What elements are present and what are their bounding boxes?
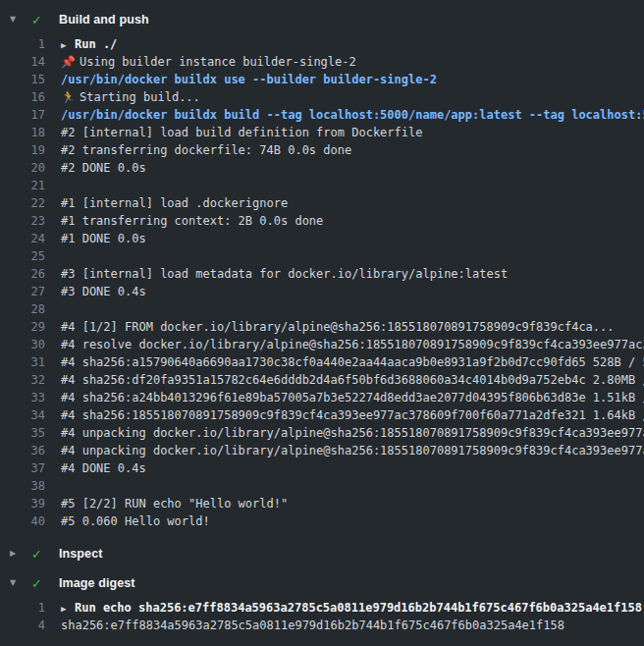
log-block: 1▶Run ./14📌Using builder instance builde…	[0, 35, 644, 530]
pin-icon: 📌	[61, 53, 76, 71]
expand-group-icon[interactable]: ▶	[61, 600, 75, 617]
log-section-image-digest: ▼✓Image digest1▶Run echo sha256:e7ff8834…	[0, 571, 644, 634]
log-line-text: #5 [2/2] RUN echo "Hello world!"	[61, 495, 288, 512]
line-number[interactable]: 19	[0, 141, 45, 159]
output-text: #3 [internal] load metadata for docker.i…	[61, 267, 508, 281]
command-text: /usr/bin/docker buildx use --builder bui…	[61, 73, 437, 86]
log-line-text: #3 [internal] load metadata for docker.i…	[61, 265, 508, 283]
output-text: #4 sha256:a24bb4013296f61e89ba57005a7b3e…	[61, 391, 644, 404]
check-icon: ✓	[31, 548, 45, 561]
line-number[interactable]: 35	[0, 424, 45, 442]
line-number[interactable]: 20	[0, 159, 45, 177]
section-title: Inspect	[59, 547, 102, 561]
command-text: /usr/bin/docker buildx build --tag local…	[61, 108, 644, 122]
expand-group-icon[interactable]: ▶	[61, 36, 75, 53]
log-line: 39#5 [2/2] RUN echo "Hello world!"	[0, 495, 644, 512]
line-number[interactable]: 25	[0, 247, 45, 265]
log-line-text: ▶Run echo sha256:e7ff8834a5963a2785c5a08…	[61, 599, 642, 617]
section-title: Image digest	[59, 576, 135, 590]
line-number[interactable]: 16	[0, 88, 45, 106]
log-line-text: #4 sha256:df20fa9351a15782c64e6dddb2d4a6…	[61, 371, 644, 389]
line-number[interactable]: 18	[0, 124, 45, 141]
line-number[interactable]: 33	[0, 389, 45, 406]
log-line-text: #5 0.060 Hello world!	[61, 512, 210, 530]
line-number[interactable]: 27	[0, 283, 45, 300]
line-number[interactable]: 39	[0, 495, 45, 512]
line-number[interactable]: 21	[0, 177, 45, 194]
output-text: #2 [internal] load build definition from…	[61, 126, 422, 139]
output-text: #3 DONE 0.4s	[61, 285, 146, 298]
log-line-text: #1 DONE 0.0s	[61, 230, 146, 247]
log-line-text: 📌Using builder instance builder-single-2	[61, 53, 356, 71]
output-text: #2 transferring dockerfile: 74B 0.0s don…	[61, 143, 351, 157]
output-text: #2 DONE 0.0s	[61, 161, 146, 175]
section-header-inspect[interactable]: ▶✓Inspect	[0, 542, 644, 565]
line-number[interactable]: 29	[0, 318, 45, 336]
line-number[interactable]: 1	[0, 599, 45, 617]
section-header-build-and-push[interactable]: ▼✓Build and push	[0, 8, 644, 31]
log-line-text: #4 resolve docker.io/library/alpine@sha2…	[61, 336, 644, 353]
line-number[interactable]: 30	[0, 336, 45, 353]
line-number[interactable]: 15	[0, 71, 45, 88]
line-number[interactable]: 14	[0, 53, 45, 71]
line-number[interactable]: 24	[0, 230, 45, 247]
log-line: 34#4 sha256:185518070891758909c9f839cf4c…	[0, 406, 644, 424]
line-number[interactable]: 28	[0, 300, 45, 318]
log-line-text: #2 transferring dockerfile: 74B 0.0s don…	[61, 141, 351, 159]
log-section-inspect: ▶✓Inspect	[0, 542, 644, 565]
log-line: 21	[0, 177, 644, 194]
output-text: sha256:e7ff8834a5963a2785c5a0811e979d16b…	[61, 619, 564, 632]
output-text: #5 0.060 Hello world!	[61, 514, 210, 528]
log-line: 32#4 sha256:df20fa9351a15782c64e6dddb2d4…	[0, 371, 644, 389]
log-line-text: #2 DONE 0.0s	[61, 159, 146, 177]
log-line: 36#4 unpacking docker.io/library/alpine@…	[0, 442, 644, 459]
line-number[interactable]: 40	[0, 512, 45, 530]
runner-icon: 🏃	[61, 88, 76, 106]
chevron-right-icon: ▶	[10, 550, 22, 558]
section-title: Build and push	[59, 13, 149, 27]
actions-log-viewer: ▼✓Build and push1▶Run ./14📌Using builder…	[0, 8, 644, 634]
check-icon: ✓	[31, 577, 45, 590]
log-line: 23#1 transferring context: 2B 0.0s done	[0, 212, 644, 230]
line-number[interactable]: 38	[0, 477, 45, 495]
run-command-text: Run echo sha256:e7ff8834a5963a2785c5a081…	[75, 601, 642, 615]
log-line: 15/usr/bin/docker buildx use --builder b…	[0, 71, 644, 88]
chevron-down-icon: ▼	[10, 16, 22, 24]
check-icon: ✓	[31, 14, 45, 27]
line-number[interactable]: 23	[0, 212, 45, 230]
line-number[interactable]: 34	[0, 406, 45, 424]
line-number[interactable]: 36	[0, 442, 45, 459]
log-line: 1▶Run ./	[0, 35, 644, 53]
output-text: #1 transferring context: 2B 0.0s done	[61, 214, 323, 228]
log-line: 28	[0, 300, 644, 318]
line-number[interactable]: 22	[0, 194, 45, 212]
line-number[interactable]: 17	[0, 106, 45, 124]
log-line: 20#2 DONE 0.0s	[0, 159, 644, 177]
log-line: 30#4 resolve docker.io/library/alpine@sh…	[0, 336, 644, 353]
line-number[interactable]: 1	[0, 35, 45, 53]
line-number[interactable]: 37	[0, 459, 45, 477]
log-line: 18#2 [internal] load build definition fr…	[0, 124, 644, 141]
log-line: 31#4 sha256:a15790640a6690aa1730c38cf0a4…	[0, 353, 644, 371]
section-header-image-digest[interactable]: ▼✓Image digest	[0, 571, 644, 595]
chevron-down-icon: ▼	[10, 579, 22, 587]
output-text: #4 sha256:185518070891758909c9f839cf4ca3…	[61, 408, 644, 422]
info-text: Using builder instance builder-single-2	[80, 55, 356, 69]
log-line-text: /usr/bin/docker buildx use --builder bui…	[61, 71, 437, 88]
log-line-text: #1 transferring context: 2B 0.0s done	[61, 212, 323, 230]
line-number[interactable]: 4	[0, 617, 45, 634]
line-number[interactable]: 31	[0, 353, 45, 371]
log-line-text: #4 DONE 0.4s	[61, 459, 146, 477]
line-number[interactable]: 32	[0, 371, 45, 389]
line-number[interactable]: 26	[0, 265, 45, 283]
log-line-text: #4 sha256:185518070891758909c9f839cf4ca3…	[61, 406, 644, 424]
output-text: #4 sha256:df20fa9351a15782c64e6dddb2d4a6…	[61, 373, 644, 387]
output-text: #1 [internal] load .dockerignore	[61, 196, 288, 210]
log-line-text: #4 unpacking docker.io/library/alpine@sh…	[61, 442, 644, 459]
log-line: 33#4 sha256:a24bb4013296f61e89ba57005a7b…	[0, 389, 644, 406]
log-line: 16🏃Starting build...	[0, 88, 644, 106]
log-line: 14📌Using builder instance builder-single…	[0, 53, 644, 71]
log-line-text: ▶Run ./	[61, 35, 117, 53]
info-text: Starting build...	[80, 90, 200, 104]
log-line-text: #4 sha256:a24bb4013296f61e89ba57005a7b3e…	[61, 389, 644, 406]
